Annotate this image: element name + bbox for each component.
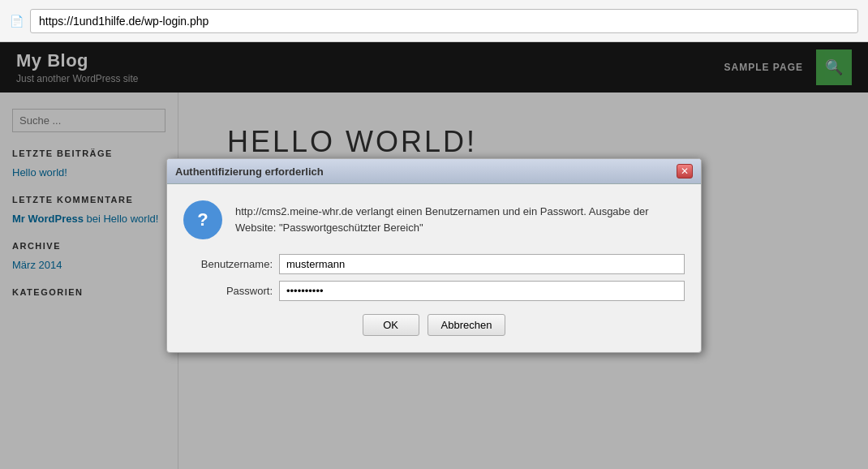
dialog-question-icon: ? <box>183 200 222 239</box>
dialog-body: ? http://cms2.meine-whr.de verlangt eine… <box>167 184 701 352</box>
ok-button[interactable]: OK <box>363 314 419 336</box>
username-label: Benutzername: <box>183 258 273 270</box>
dialog-close-button[interactable]: ✕ <box>677 164 693 179</box>
dialog-buttons: OK Abbrechen <box>183 314 685 336</box>
dialog-top: ? http://cms2.meine-whr.de verlangt eine… <box>183 200 685 239</box>
dialog-fields: Benutzername: Passwort: <box>183 254 685 301</box>
username-input[interactable] <box>279 254 685 274</box>
dialog-title: Authentifizierung erforderlich <box>175 166 324 178</box>
auth-dialog: Authentifizierung erforderlich ✕ ? http:… <box>166 158 702 353</box>
dialog-message: http://cms2.meine-whr.de verlangt einen … <box>235 200 685 235</box>
url-input[interactable] <box>30 9 858 33</box>
page-icon: 📄 <box>10 15 24 28</box>
password-input[interactable] <box>279 281 685 301</box>
password-label: Passwort: <box>183 285 273 297</box>
address-bar: 📄 <box>0 0 868 42</box>
cancel-button[interactable]: Abbrechen <box>428 314 506 336</box>
dialog-titlebar: Authentifizierung erforderlich ✕ <box>167 159 701 184</box>
dialog-overlay: Authentifizierung erforderlich ✕ ? http:… <box>0 42 868 469</box>
